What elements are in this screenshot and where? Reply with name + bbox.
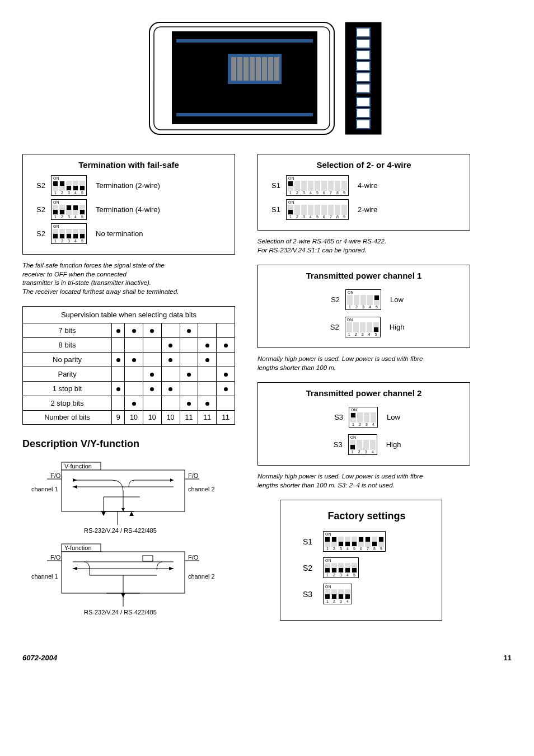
dip-row: S2 ON 12345 Low bbox=[324, 289, 404, 310]
wire-selection-caption: Selection of 2-wire RS-485 or 4-wire RS-… bbox=[257, 237, 470, 255]
switch-label: S2 bbox=[303, 564, 315, 572]
dip-switch bbox=[315, 205, 320, 215]
dip-row: S2 ON 12345 Termination (2-wire) bbox=[30, 175, 228, 196]
dip-switch bbox=[73, 181, 78, 191]
tx1-panel: Transmitted power channel 1 S2 ON 12345 … bbox=[257, 265, 470, 348]
dip-switch bbox=[325, 563, 330, 573]
dip-row: S2 ON 12345 High bbox=[324, 317, 405, 337]
dip-switch bbox=[66, 205, 72, 215]
dip-switch bbox=[358, 537, 364, 547]
dip-switch bbox=[350, 412, 356, 422]
svg-text:channel 1: channel 1 bbox=[31, 486, 58, 492]
svg-text:F/O: F/O bbox=[188, 554, 199, 561]
dip-switch bbox=[315, 181, 320, 191]
dip-switch bbox=[338, 589, 344, 599]
dip-switch bbox=[59, 181, 65, 191]
svg-rect-19 bbox=[357, 73, 370, 82]
dip-switch bbox=[353, 322, 359, 332]
vy-heading: Description V/Y-function bbox=[22, 438, 235, 450]
device-illustration bbox=[144, 17, 390, 140]
table-row-label: Parity bbox=[23, 367, 112, 382]
dip-switch bbox=[59, 205, 65, 215]
dip-switch bbox=[350, 440, 355, 450]
dip-row: S2 ON 12345 Termination (4-wire) bbox=[30, 199, 228, 220]
switch-label: S2 bbox=[324, 295, 340, 304]
dip-description: 4-wire bbox=[358, 181, 377, 190]
svg-rect-8 bbox=[243, 57, 249, 81]
svg-rect-6 bbox=[231, 57, 236, 81]
dip-description: Low bbox=[387, 413, 400, 421]
doc-id: 6072-2004 bbox=[22, 654, 57, 662]
wire-selection-panel: Selection of 2- or 4-wire S1 ON 12345678… bbox=[257, 154, 470, 231]
dip-switch bbox=[335, 205, 340, 215]
svg-rect-21 bbox=[357, 97, 370, 106]
dip-description: 2-wire bbox=[358, 205, 377, 214]
table-row-label: 2 stop bits bbox=[23, 396, 112, 411]
factory-row: S2 ON 12345 bbox=[303, 557, 430, 578]
dip-switch bbox=[357, 440, 362, 450]
dip-switch bbox=[328, 181, 334, 191]
table-row-label: 7 bits bbox=[23, 323, 112, 338]
supervision-title: Supervision table when selecting data bi… bbox=[23, 307, 235, 323]
svg-rect-10 bbox=[256, 57, 261, 81]
svg-rect-4 bbox=[176, 113, 313, 116]
dip-switch bbox=[372, 537, 377, 547]
svg-marker-42 bbox=[101, 511, 106, 516]
dip-switch bbox=[79, 229, 85, 239]
switch-label: S3 bbox=[327, 440, 343, 449]
tx2-panel: Transmitted power channel 2 S3 ON 1234 L… bbox=[257, 382, 470, 466]
dip-switch bbox=[354, 295, 359, 305]
dip-row: S3 ON 1234 Low bbox=[327, 407, 400, 428]
dip-switch bbox=[335, 181, 340, 191]
page-footer: 6072-2004 11 bbox=[22, 654, 512, 662]
factory-title: Factory settings bbox=[303, 510, 430, 522]
dip-switch bbox=[79, 181, 85, 191]
termination-title: Termination with fail-safe bbox=[30, 160, 228, 170]
dip-switch bbox=[331, 537, 337, 547]
tx2-rows: S3 ON 1234 Low S3 ON 1234 High bbox=[265, 403, 463, 458]
dip-switch bbox=[341, 205, 347, 215]
svg-rect-18 bbox=[357, 62, 370, 71]
dip-switch bbox=[294, 181, 300, 191]
tx1-caption: Normally high power is used. Low power i… bbox=[257, 355, 470, 372]
dip-switch bbox=[59, 229, 65, 239]
table-cell: 11 bbox=[198, 411, 217, 425]
dip-switch bbox=[321, 181, 327, 191]
dip-switch bbox=[378, 537, 384, 547]
dip-switch-box: ON 12345 bbox=[51, 223, 87, 244]
switch-label: S1 bbox=[303, 537, 315, 546]
svg-rect-20 bbox=[357, 84, 370, 93]
svg-text:F/O: F/O bbox=[50, 472, 61, 479]
svg-text:Y-function: Y-function bbox=[64, 544, 92, 551]
table-row-label: No parity bbox=[23, 353, 112, 367]
dip-switch-box: ON 123456789 bbox=[286, 175, 349, 196]
dip-switch bbox=[370, 440, 376, 450]
dip-switch bbox=[301, 205, 307, 215]
dip-switch-box: ON 12345 bbox=[345, 317, 381, 337]
dip-switch bbox=[345, 537, 350, 547]
dip-switch bbox=[341, 181, 347, 191]
dip-switch-box: ON 1234 bbox=[349, 407, 378, 428]
dip-switch bbox=[294, 205, 300, 215]
switch-label: S2 bbox=[324, 323, 339, 331]
dip-switch-box: ON 1234 bbox=[323, 584, 352, 604]
dip-switch bbox=[360, 322, 366, 332]
factory-row: S1 ON 123456789 bbox=[303, 531, 430, 552]
svg-text:V-function: V-function bbox=[64, 463, 92, 469]
switch-label: S2 bbox=[30, 181, 45, 190]
dip-row: S2 ON 12345 No termination bbox=[30, 223, 228, 244]
vy-diagram: V-function F/O F/O channel 1 chan bbox=[22, 458, 235, 631]
dip-switch bbox=[66, 181, 72, 191]
dip-row: S1 ON 123456789 2-wire bbox=[265, 199, 463, 220]
switch-label: S1 bbox=[265, 205, 280, 214]
svg-text:channel 1: channel 1 bbox=[31, 573, 58, 580]
svg-rect-17 bbox=[357, 50, 370, 59]
dip-switch bbox=[288, 205, 293, 215]
table-cell: 10 bbox=[161, 411, 180, 425]
factory-rows: S1 ON 123456789 S2 ON 12345 S3 ON 1234 bbox=[303, 531, 430, 604]
tx1-rows: S2 ON 12345 Low S2 ON 12345 High bbox=[265, 286, 463, 341]
table-cell: 9 bbox=[112, 411, 125, 425]
dip-switch bbox=[73, 229, 78, 239]
svg-rect-7 bbox=[237, 57, 242, 81]
dip-switch bbox=[308, 205, 313, 215]
